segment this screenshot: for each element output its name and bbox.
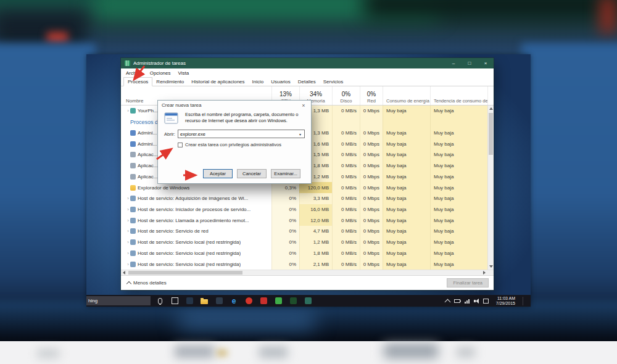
close-button[interactable]: × [478, 58, 494, 68]
process-icon [130, 207, 136, 212]
disk-cell: 0 MB/s [332, 127, 360, 138]
tab-procesos[interactable]: Procesos [123, 77, 152, 86]
memory-cell: 4,7 MB [299, 226, 332, 237]
disk-cell [332, 117, 360, 128]
app-icon-dark[interactable] [215, 297, 223, 305]
process-name: Aplicac... [138, 174, 157, 180]
network-cell: 0 Mbps [360, 237, 383, 248]
dialog-title: Crear nueva tarea [162, 102, 201, 108]
clock[interactable]: 11:03 AM 7/29/2015 [493, 296, 518, 306]
process-row[interactable]: › Host de servicio: Servicio de red 0% 4… [121, 226, 494, 237]
cpu-cell: 0% [271, 204, 299, 215]
memory-cell: 2,1 MB [299, 259, 332, 270]
store-icon[interactable] [185, 297, 194, 305]
energy-cell: Muy baja [383, 226, 430, 237]
taskbar-search-box[interactable]: hing [86, 296, 151, 305]
tab-rendimiento[interactable]: Rendimiento [152, 78, 188, 86]
scroll-down-icon[interactable] [488, 263, 494, 270]
disk-cell: 0 MB/s [332, 171, 360, 182]
tray-expand-icon[interactable] [444, 299, 450, 305]
process-row[interactable]: › Host de servicio: Llamada a procedimie… [121, 215, 494, 226]
title-bar[interactable]: Administrador de tareas – □ × [121, 58, 494, 68]
process-row[interactable]: › Host de servicio: Iniciador de proceso… [121, 204, 494, 215]
menu-vista[interactable]: Vista [174, 70, 193, 76]
tab-inicio[interactable]: Inicio [249, 78, 268, 86]
show-desktop-button[interactable] [528, 295, 531, 307]
browse-button[interactable]: Examinar... [271, 169, 300, 178]
disk-cell: 0 MB/s [332, 215, 360, 226]
network-icon[interactable] [465, 299, 470, 304]
app-icon-darkgreen[interactable] [289, 297, 297, 305]
browser-icon-red[interactable] [244, 297, 253, 305]
disk-cell: 0 MB/s [332, 237, 360, 248]
process-name: Host de servicio: Iniciador de procesos … [138, 207, 251, 212]
app-icon-teal[interactable] [304, 297, 312, 305]
desktop: Administrador de tareas – □ × Archivo Op… [86, 54, 531, 307]
column-header-disk[interactable]: 0% Disco [332, 86, 360, 105]
app-icon-green[interactable] [274, 297, 283, 305]
process-name: Host de servicio: Servicio de red [138, 228, 209, 234]
process-row[interactable]: › Host de servicio: Servicio local (red … [121, 259, 494, 270]
process-name: Aplicac... [138, 152, 157, 157]
maximize-button[interactable]: □ [462, 58, 478, 68]
process-row[interactable]: › Host de servicio: Adquisición de imáge… [121, 193, 494, 204]
column-header-energy-trend[interactable]: Tendencia de consumo de energía [430, 86, 487, 105]
network-cell: 0 Mbps [360, 105, 383, 117]
tab-servicios[interactable]: Servicios [320, 78, 347, 86]
task-view-icon[interactable] [170, 297, 179, 305]
column-header-network[interactable]: 0% Red [360, 86, 383, 105]
minimize-button[interactable]: – [445, 58, 462, 68]
touch-keyboard-icon[interactable] [483, 299, 489, 304]
edge-icon[interactable]: e [230, 297, 238, 305]
admin-privileges-label: Crear esta tarea con privilegios adminis… [185, 142, 281, 147]
accept-button[interactable]: Aceptar [203, 169, 233, 178]
system-tray: 11:03 AM 7/29/2015 [445, 295, 531, 307]
open-combobox[interactable]: explorer.exe ▾ [178, 130, 305, 138]
scroll-up-icon[interactable] [488, 105, 494, 112]
energy-trend-cell: Muy baja [430, 248, 487, 259]
scroll-left-icon[interactable] [121, 270, 127, 275]
horizontal-scrollbar[interactable] [121, 270, 494, 275]
chevron-down-icon[interactable]: ▾ [296, 130, 304, 138]
disk-cell: 0 MB/s [332, 259, 360, 270]
energy-trend-cell: Muy baja [430, 149, 487, 160]
column-header-energy[interactable]: Consumo de energía [383, 86, 430, 105]
battery-icon[interactable] [454, 299, 460, 303]
scroll-right-icon[interactable] [481, 270, 487, 275]
row-expand-icon: › [126, 239, 130, 245]
hscrollbar-thumb[interactable] [128, 271, 242, 275]
tab-historial[interactable]: Historial de aplicaciones [188, 78, 248, 86]
process-row[interactable]: › Host de servicio: Servicio local (red … [121, 248, 494, 259]
process-name: Aplicac... [138, 163, 157, 168]
process-row[interactable]: › Host de servicio: Servicio local (red … [121, 237, 494, 248]
microphone-icon[interactable] [155, 297, 164, 305]
open-value[interactable]: explorer.exe [178, 130, 296, 138]
menu-archivo[interactable]: Archivo [122, 70, 146, 76]
vertical-scrollbar[interactable] [487, 105, 494, 270]
menu-opciones[interactable]: Opciones [146, 70, 175, 76]
process-icon [130, 196, 136, 201]
process-icon [130, 185, 136, 191]
process-row[interactable]: Explorador de Windows 0,3% 120,0 MB 0 MB… [121, 182, 494, 193]
app-icon-red[interactable] [259, 297, 268, 305]
admin-privileges-checkbox[interactable] [178, 143, 183, 147]
blurred-blob [259, 347, 288, 358]
process-name: Host de servicio: Llamada a procedimient… [138, 218, 249, 223]
less-details-button[interactable]: Menos detalles [133, 280, 167, 286]
memory-cell: 3,3 MB [299, 193, 332, 204]
tab-usuarios[interactable]: Usuarios [267, 78, 294, 86]
volume-icon[interactable] [474, 299, 479, 304]
dialog-close-icon[interactable]: × [300, 102, 307, 109]
network-cell: 0 Mbps [360, 193, 383, 204]
open-label: Abrir: [164, 131, 178, 137]
end-task-button[interactable]: Finalizar tarea [447, 278, 489, 287]
process-icon [130, 262, 136, 267]
energy-trend-cell [430, 117, 487, 128]
energy-trend-cell: Muy baja [430, 259, 487, 270]
file-explorer-icon[interactable] [200, 297, 209, 305]
dialog-title-bar[interactable]: Crear nueva tarea × [158, 101, 311, 110]
cancel-button[interactable]: Cancelar [237, 169, 267, 178]
row-expand-icon: › [126, 207, 130, 212]
scrollbar-thumb[interactable] [489, 113, 493, 155]
tab-detalles[interactable]: Detalles [294, 78, 320, 86]
